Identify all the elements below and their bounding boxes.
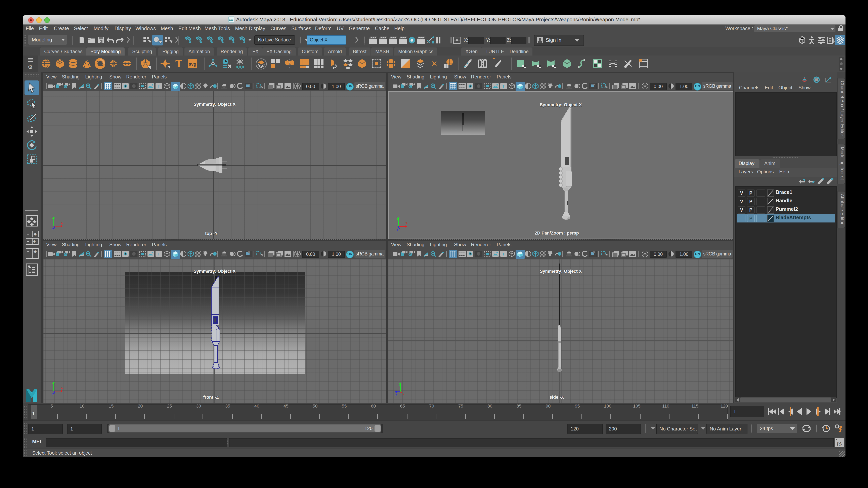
svg-text:x: x <box>61 386 63 389</box>
svg-text:y: y <box>397 217 398 221</box>
svg-text:x: x <box>61 221 63 224</box>
svg-text:T: T <box>157 252 160 256</box>
svg-text:x: x <box>403 392 404 396</box>
svg-text:T: T <box>502 252 505 256</box>
svg-text:T: T <box>176 58 182 69</box>
svg-text:y: y <box>52 217 54 220</box>
svg-text:x: x <box>405 221 407 225</box>
svg-text:svg: svg <box>189 62 196 66</box>
svg-text:z: z <box>52 227 54 230</box>
svg-text:0,0,0: 0,0,0 <box>236 65 244 69</box>
svg-text:y: y <box>52 382 54 385</box>
svg-text:T: T <box>502 84 505 88</box>
svg-text:T: T <box>157 84 160 88</box>
svg-text:y: y <box>399 382 400 386</box>
svg-text:z: z <box>397 228 398 231</box>
svg-text:{;}: {;} <box>837 441 842 447</box>
svg-text:z: z <box>396 393 397 396</box>
svg-text:z: z <box>52 392 54 395</box>
